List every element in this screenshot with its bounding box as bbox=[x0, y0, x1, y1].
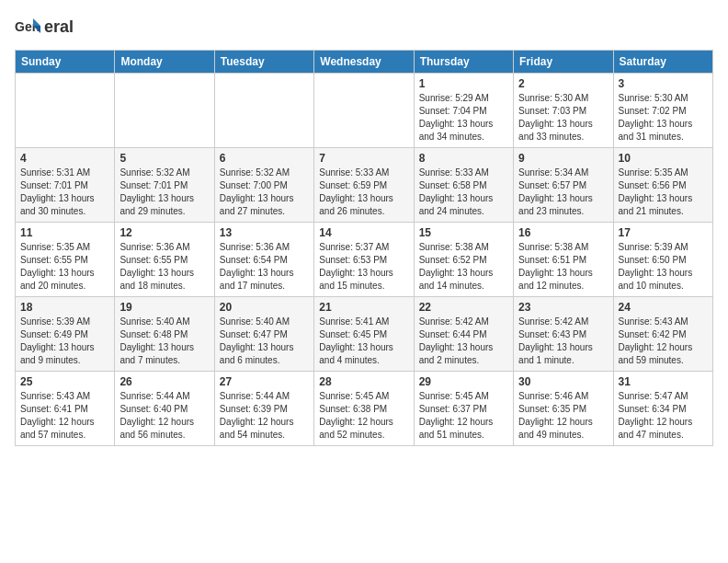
calendar-cell: 15Sunrise: 5:38 AM Sunset: 6:52 PM Dayli… bbox=[414, 223, 513, 297]
day-number: 1 bbox=[419, 77, 508, 90]
logo-text: eral bbox=[44, 18, 74, 37]
day-info: Sunrise: 5:43 AM Sunset: 6:42 PM Dayligh… bbox=[619, 316, 708, 367]
day-number: 5 bbox=[119, 152, 209, 165]
day-number: 24 bbox=[619, 301, 708, 314]
day-number: 3 bbox=[619, 77, 708, 90]
calendar-cell bbox=[314, 74, 414, 148]
page-header: Gen eral bbox=[15, 15, 713, 40]
column-header-friday: Friday bbox=[514, 51, 613, 74]
day-number: 30 bbox=[518, 375, 608, 388]
day-number: 28 bbox=[319, 375, 408, 388]
calendar-cell: 27Sunrise: 5:44 AM Sunset: 6:39 PM Dayli… bbox=[214, 372, 313, 446]
day-info: Sunrise: 5:45 AM Sunset: 6:38 PM Dayligh… bbox=[319, 390, 408, 442]
calendar-table: SundayMondayTuesdayWednesdayThursdayFrid… bbox=[15, 50, 713, 446]
day-number: 20 bbox=[220, 301, 309, 314]
calendar-cell: 8Sunrise: 5:33 AM Sunset: 6:58 PM Daylig… bbox=[414, 148, 513, 223]
calendar-week-1: 1Sunrise: 5:29 AM Sunset: 7:04 PM Daylig… bbox=[16, 74, 713, 148]
day-info: Sunrise: 5:42 AM Sunset: 6:44 PM Dayligh… bbox=[419, 316, 508, 367]
day-number: 9 bbox=[518, 152, 608, 165]
calendar-cell: 16Sunrise: 5:38 AM Sunset: 6:51 PM Dayli… bbox=[514, 223, 613, 297]
day-info: Sunrise: 5:36 AM Sunset: 6:55 PM Dayligh… bbox=[119, 241, 209, 293]
calendar-cell: 19Sunrise: 5:40 AM Sunset: 6:48 PM Dayli… bbox=[115, 297, 214, 372]
day-number: 26 bbox=[119, 375, 209, 388]
calendar-week-3: 11Sunrise: 5:35 AM Sunset: 6:55 PM Dayli… bbox=[16, 223, 713, 297]
day-number: 10 bbox=[619, 152, 708, 165]
day-info: Sunrise: 5:37 AM Sunset: 6:53 PM Dayligh… bbox=[319, 241, 408, 293]
day-info: Sunrise: 5:40 AM Sunset: 6:48 PM Dayligh… bbox=[119, 316, 209, 367]
day-number: 12 bbox=[119, 226, 209, 239]
day-number: 23 bbox=[518, 301, 608, 314]
day-info: Sunrise: 5:46 AM Sunset: 6:35 PM Dayligh… bbox=[518, 390, 608, 442]
day-info: Sunrise: 5:41 AM Sunset: 6:45 PM Dayligh… bbox=[319, 316, 408, 367]
calendar-cell: 3Sunrise: 5:30 AM Sunset: 7:02 PM Daylig… bbox=[613, 74, 712, 148]
calendar-cell: 23Sunrise: 5:42 AM Sunset: 6:43 PM Dayli… bbox=[514, 297, 613, 372]
calendar-cell: 20Sunrise: 5:40 AM Sunset: 6:47 PM Dayli… bbox=[214, 297, 313, 372]
day-info: Sunrise: 5:31 AM Sunset: 7:01 PM Dayligh… bbox=[20, 167, 109, 218]
calendar-cell: 6Sunrise: 5:32 AM Sunset: 7:00 PM Daylig… bbox=[214, 148, 313, 223]
column-header-saturday: Saturday bbox=[613, 51, 712, 74]
day-info: Sunrise: 5:40 AM Sunset: 6:47 PM Dayligh… bbox=[220, 316, 309, 367]
day-number: 27 bbox=[220, 375, 309, 388]
day-info: Sunrise: 5:39 AM Sunset: 6:50 PM Dayligh… bbox=[619, 241, 708, 293]
calendar-cell: 9Sunrise: 5:34 AM Sunset: 6:57 PM Daylig… bbox=[514, 148, 613, 223]
day-info: Sunrise: 5:35 AM Sunset: 6:56 PM Dayligh… bbox=[619, 167, 708, 218]
day-number: 22 bbox=[419, 301, 508, 314]
day-number: 31 bbox=[619, 375, 708, 388]
day-info: Sunrise: 5:39 AM Sunset: 6:49 PM Dayligh… bbox=[20, 316, 109, 367]
calendar-week-5: 25Sunrise: 5:43 AM Sunset: 6:41 PM Dayli… bbox=[16, 372, 713, 446]
day-number: 13 bbox=[220, 226, 309, 239]
calendar-cell bbox=[16, 74, 115, 148]
day-number: 4 bbox=[20, 152, 109, 165]
calendar-cell: 29Sunrise: 5:45 AM Sunset: 6:37 PM Dayli… bbox=[414, 372, 513, 446]
day-info: Sunrise: 5:30 AM Sunset: 7:03 PM Dayligh… bbox=[518, 92, 608, 144]
day-info: Sunrise: 5:35 AM Sunset: 6:55 PM Dayligh… bbox=[20, 241, 109, 293]
day-info: Sunrise: 5:45 AM Sunset: 6:37 PM Dayligh… bbox=[419, 390, 508, 442]
day-number: 19 bbox=[119, 301, 209, 314]
logo-icon: Gen bbox=[15, 15, 40, 40]
column-header-thursday: Thursday bbox=[414, 51, 513, 74]
day-number: 17 bbox=[619, 226, 708, 239]
day-info: Sunrise: 5:47 AM Sunset: 6:34 PM Dayligh… bbox=[619, 390, 708, 442]
day-info: Sunrise: 5:44 AM Sunset: 6:40 PM Dayligh… bbox=[119, 390, 209, 442]
day-number: 7 bbox=[319, 152, 408, 165]
calendar-cell bbox=[214, 74, 313, 148]
calendar-cell: 30Sunrise: 5:46 AM Sunset: 6:35 PM Dayli… bbox=[514, 372, 613, 446]
day-info: Sunrise: 5:38 AM Sunset: 6:51 PM Dayligh… bbox=[518, 241, 608, 293]
day-number: 18 bbox=[20, 301, 109, 314]
column-header-tuesday: Tuesday bbox=[214, 51, 313, 74]
calendar-cell: 28Sunrise: 5:45 AM Sunset: 6:38 PM Dayli… bbox=[314, 372, 414, 446]
day-info: Sunrise: 5:36 AM Sunset: 6:54 PM Dayligh… bbox=[220, 241, 309, 293]
calendar-cell: 7Sunrise: 5:33 AM Sunset: 6:59 PM Daylig… bbox=[314, 148, 414, 223]
column-header-sunday: Sunday bbox=[16, 51, 115, 74]
calendar-cell bbox=[115, 74, 214, 148]
calendar-cell: 22Sunrise: 5:42 AM Sunset: 6:44 PM Dayli… bbox=[414, 297, 513, 372]
day-number: 21 bbox=[319, 301, 408, 314]
day-info: Sunrise: 5:29 AM Sunset: 7:04 PM Dayligh… bbox=[419, 92, 508, 144]
day-info: Sunrise: 5:32 AM Sunset: 7:01 PM Dayligh… bbox=[119, 167, 209, 218]
day-info: Sunrise: 5:34 AM Sunset: 6:57 PM Dayligh… bbox=[518, 167, 608, 218]
day-number: 11 bbox=[20, 226, 109, 239]
day-info: Sunrise: 5:44 AM Sunset: 6:39 PM Dayligh… bbox=[220, 390, 309, 442]
calendar-cell: 2Sunrise: 5:30 AM Sunset: 7:03 PM Daylig… bbox=[514, 74, 613, 148]
calendar-cell: 12Sunrise: 5:36 AM Sunset: 6:55 PM Dayli… bbox=[115, 223, 214, 297]
calendar-body: 1Sunrise: 5:29 AM Sunset: 7:04 PM Daylig… bbox=[16, 74, 713, 446]
day-info: Sunrise: 5:38 AM Sunset: 6:52 PM Dayligh… bbox=[419, 241, 508, 293]
calendar-week-4: 18Sunrise: 5:39 AM Sunset: 6:49 PM Dayli… bbox=[16, 297, 713, 372]
calendar-cell: 5Sunrise: 5:32 AM Sunset: 7:01 PM Daylig… bbox=[115, 148, 214, 223]
logo: Gen eral bbox=[15, 15, 74, 40]
day-number: 25 bbox=[20, 375, 109, 388]
day-info: Sunrise: 5:42 AM Sunset: 6:43 PM Dayligh… bbox=[518, 316, 608, 367]
calendar-cell: 13Sunrise: 5:36 AM Sunset: 6:54 PM Dayli… bbox=[214, 223, 313, 297]
day-info: Sunrise: 5:33 AM Sunset: 6:59 PM Dayligh… bbox=[319, 167, 408, 218]
calendar-cell: 31Sunrise: 5:47 AM Sunset: 6:34 PM Dayli… bbox=[613, 372, 712, 446]
calendar-cell: 10Sunrise: 5:35 AM Sunset: 6:56 PM Dayli… bbox=[613, 148, 712, 223]
calendar-cell: 14Sunrise: 5:37 AM Sunset: 6:53 PM Dayli… bbox=[314, 223, 414, 297]
day-number: 29 bbox=[419, 375, 508, 388]
day-number: 2 bbox=[518, 77, 608, 90]
calendar-cell: 11Sunrise: 5:35 AM Sunset: 6:55 PM Dayli… bbox=[16, 223, 115, 297]
calendar-header-row: SundayMondayTuesdayWednesdayThursdayFrid… bbox=[16, 51, 713, 74]
calendar-cell: 17Sunrise: 5:39 AM Sunset: 6:50 PM Dayli… bbox=[613, 223, 712, 297]
day-number: 14 bbox=[319, 226, 408, 239]
day-number: 6 bbox=[220, 152, 309, 165]
column-header-monday: Monday bbox=[115, 51, 214, 74]
